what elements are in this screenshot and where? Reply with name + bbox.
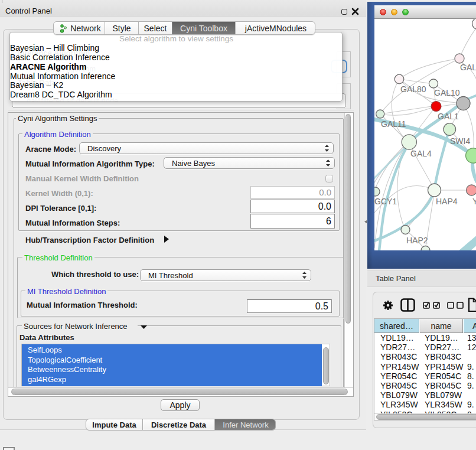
svg-text:GAL4: GAL4 <box>410 149 432 158</box>
svg-text:HAP4: HAP4 <box>436 197 458 206</box>
svg-text:SWI4: SWI4 <box>450 136 470 146</box>
svg-text:YJ: YJ <box>472 197 476 206</box>
svg-text:GAL7: GAL7 <box>460 63 476 72</box>
svg-text:GAL1: GAL1 <box>438 112 459 121</box>
svg-text:GAL10: GAL10 <box>434 88 460 97</box>
svg-text:GAL80: GAL80 <box>400 84 426 94</box>
svg-text:GAL11: GAL11 <box>381 119 406 129</box>
svg-text:HAP2: HAP2 <box>406 236 428 245</box>
svg-text:GCY1: GCY1 <box>374 197 397 206</box>
